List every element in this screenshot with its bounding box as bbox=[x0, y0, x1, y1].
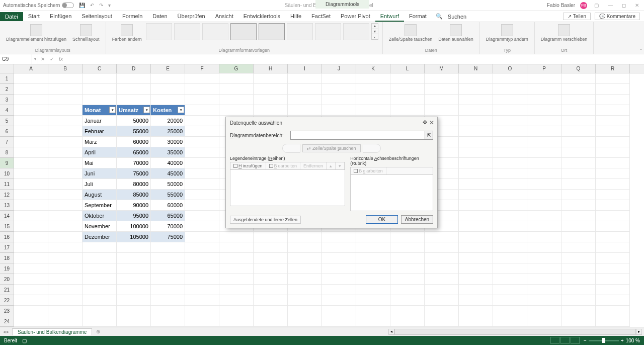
cell[interactable] bbox=[493, 126, 527, 137]
cell[interactable] bbox=[117, 73, 151, 84]
cell[interactable] bbox=[288, 263, 322, 274]
tab-hilfe[interactable]: Hilfe bbox=[285, 12, 306, 22]
cell[interactable] bbox=[322, 316, 356, 327]
add-chart-element-button[interactable]: Diagrammelement hinzufügen bbox=[4, 23, 68, 43]
cell[interactable] bbox=[83, 84, 117, 95]
name-box[interactable]: G9 bbox=[0, 54, 32, 64]
cell[interactable] bbox=[83, 73, 117, 84]
cell[interactable] bbox=[390, 306, 425, 316]
hscroll-right-icon[interactable]: ▸ bbox=[636, 329, 642, 335]
cell[interactable] bbox=[14, 242, 48, 253]
row-header[interactable]: 6 bbox=[0, 126, 14, 137]
cell[interactable] bbox=[48, 116, 83, 126]
cell[interactable] bbox=[322, 73, 356, 84]
cell[interactable]: März bbox=[83, 137, 117, 147]
cell[interactable] bbox=[14, 105, 48, 116]
col-header[interactable]: C bbox=[83, 64, 117, 73]
cell[interactable] bbox=[596, 95, 630, 105]
cell[interactable]: Mai bbox=[83, 158, 117, 168]
macro-record-icon[interactable]: ▢ bbox=[22, 338, 27, 343]
cell[interactable] bbox=[14, 200, 48, 211]
cell[interactable]: 80000 bbox=[117, 179, 151, 190]
cell[interactable] bbox=[493, 285, 527, 295]
col-header[interactable]: L bbox=[390, 64, 425, 73]
cell[interactable] bbox=[527, 179, 561, 190]
cell[interactable] bbox=[561, 306, 596, 316]
cell[interactable] bbox=[185, 126, 219, 137]
tab-ansicht[interactable]: Ansicht bbox=[210, 12, 238, 22]
cell[interactable] bbox=[459, 316, 493, 327]
cell[interactable] bbox=[219, 242, 254, 253]
cell[interactable] bbox=[254, 285, 288, 295]
col-header[interactable]: F bbox=[185, 64, 219, 73]
cell[interactable] bbox=[117, 285, 151, 295]
col-header[interactable]: I bbox=[288, 64, 322, 73]
cell[interactable] bbox=[527, 147, 561, 158]
row-header[interactable]: 3 bbox=[0, 95, 14, 105]
fx-icon[interactable]: fx bbox=[56, 56, 65, 62]
cell[interactable] bbox=[596, 285, 630, 295]
quick-layout-button[interactable]: Schnelllayout bbox=[70, 23, 102, 43]
cell[interactable] bbox=[219, 253, 254, 263]
cell[interactable]: 75000 bbox=[151, 232, 185, 242]
tab-format[interactable]: Format bbox=[404, 12, 432, 22]
ok-button[interactable]: OK bbox=[366, 215, 398, 224]
cell[interactable] bbox=[254, 105, 288, 116]
cell[interactable] bbox=[596, 232, 630, 242]
row-header[interactable]: 23 bbox=[0, 306, 14, 316]
cell[interactable] bbox=[561, 126, 596, 137]
cell[interactable] bbox=[14, 274, 48, 285]
col-header[interactable]: B bbox=[48, 64, 83, 73]
cell[interactable] bbox=[254, 306, 288, 316]
col-header[interactable]: P bbox=[527, 64, 561, 73]
cell[interactable] bbox=[48, 179, 83, 190]
cell[interactable] bbox=[117, 242, 151, 253]
tab-seitenlayout[interactable]: Seitenlayout bbox=[76, 12, 117, 22]
cell[interactable] bbox=[390, 274, 425, 285]
cell[interactable]: Oktober bbox=[83, 211, 117, 221]
tab-formeln[interactable]: Formeln bbox=[117, 12, 147, 22]
cell[interactable] bbox=[459, 179, 493, 190]
cell[interactable] bbox=[83, 306, 117, 316]
cell[interactable] bbox=[425, 274, 459, 285]
col-header[interactable]: A bbox=[14, 64, 48, 73]
cell[interactable] bbox=[459, 116, 493, 126]
cell[interactable] bbox=[288, 285, 322, 295]
cell[interactable] bbox=[493, 116, 527, 126]
col-header[interactable]: G bbox=[219, 64, 254, 73]
cell[interactable] bbox=[254, 253, 288, 263]
cell[interactable] bbox=[356, 253, 390, 263]
cell[interactable] bbox=[219, 232, 254, 242]
cell[interactable] bbox=[527, 253, 561, 263]
cell[interactable] bbox=[48, 274, 83, 285]
col-header[interactable]: Q bbox=[561, 64, 596, 73]
cell[interactable] bbox=[561, 221, 596, 232]
cell[interactable] bbox=[561, 95, 596, 105]
share-button[interactable]: ↗ Teilen bbox=[563, 13, 591, 20]
col-header[interactable]: E bbox=[151, 64, 185, 73]
cell[interactable]: 50000 bbox=[151, 179, 185, 190]
cell[interactable] bbox=[151, 295, 185, 306]
cell[interactable] bbox=[596, 306, 630, 316]
cell[interactable]: Monat▾ bbox=[83, 105, 117, 116]
cell[interactable] bbox=[83, 285, 117, 295]
cancel-button[interactable]: Abbrechen bbox=[401, 215, 433, 224]
cell[interactable] bbox=[459, 147, 493, 158]
cell[interactable] bbox=[117, 263, 151, 274]
cell[interactable] bbox=[527, 168, 561, 179]
cell[interactable]: 40000 bbox=[151, 158, 185, 168]
undo-icon[interactable]: ↶ bbox=[90, 3, 94, 8]
horizontal-scrollbar[interactable] bbox=[394, 329, 636, 335]
cell[interactable] bbox=[219, 105, 254, 116]
cell[interactable] bbox=[185, 221, 219, 232]
cell[interactable] bbox=[14, 95, 48, 105]
cell[interactable] bbox=[83, 274, 117, 285]
cell[interactable] bbox=[596, 73, 630, 84]
cell[interactable] bbox=[527, 190, 561, 200]
row-header[interactable]: 24 bbox=[0, 316, 14, 327]
cell[interactable] bbox=[288, 232, 322, 242]
close-icon[interactable]: ✕ bbox=[633, 3, 641, 8]
cell[interactable] bbox=[527, 316, 561, 327]
cell[interactable] bbox=[561, 158, 596, 168]
cell[interactable] bbox=[561, 274, 596, 285]
